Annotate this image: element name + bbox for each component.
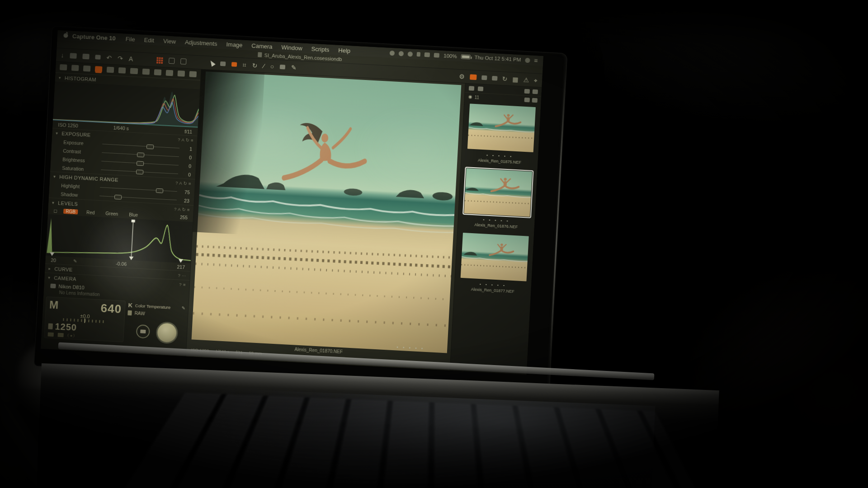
- section-action-icons[interactable]: ? ≡: [179, 282, 186, 287]
- slider-handle[interactable]: [136, 169, 143, 174]
- multi-view-grid-icon[interactable]: [156, 57, 163, 64]
- camera-mode[interactable]: M: [49, 299, 58, 312]
- volume-icon[interactable]: [434, 53, 440, 58]
- thumbnail-01875[interactable]: [467, 103, 536, 152]
- undo-icon[interactable]: ↶: [106, 54, 112, 61]
- channel-red[interactable]: Red: [84, 210, 97, 215]
- flash-mode-icon[interactable]: [57, 333, 63, 338]
- slider-handle[interactable]: [146, 144, 154, 149]
- menu-view[interactable]: View: [159, 37, 181, 45]
- tab-composition-icon[interactable]: [142, 69, 150, 75]
- slider-handle[interactable]: [156, 188, 163, 193]
- apple-menu[interactable]: [62, 31, 69, 40]
- thumbnail-01877[interactable]: [461, 233, 529, 282]
- menu-image[interactable]: Image: [222, 40, 247, 48]
- white-balance-row[interactable]: K Color Temperature ✎: [128, 302, 185, 312]
- proof-grid-icon[interactable]: ▦: [512, 76, 519, 83]
- straighten-tool-icon[interactable]: ∕: [263, 62, 264, 69]
- sort-icon[interactable]: [524, 89, 530, 94]
- single-view-icon[interactable]: [180, 58, 187, 65]
- menu-file[interactable]: File: [121, 35, 140, 43]
- refresh-icon[interactable]: ↻: [502, 75, 507, 82]
- avatar-icon[interactable]: [524, 98, 530, 103]
- slider-handle[interactable]: [137, 152, 144, 157]
- battery-icon[interactable]: [461, 54, 471, 59]
- capture-shutter-button[interactable]: [156, 321, 178, 344]
- cursor-tools-icon[interactable]: [481, 75, 487, 80]
- live-view-button[interactable]: [136, 324, 151, 339]
- section-action-icons[interactable]: ? ⋯: [178, 273, 186, 278]
- channel-blue[interactable]: Blue: [127, 212, 141, 218]
- section-action-icons[interactable]: ? A ↻ ≡: [175, 180, 191, 186]
- slider-handle[interactable]: [136, 161, 144, 166]
- edit-pencil-icon[interactable]: ✎: [73, 258, 77, 263]
- export-icon[interactable]: [82, 53, 90, 59]
- notification-center-icon[interactable]: ≡: [534, 57, 538, 64]
- pan-hand-icon[interactable]: [220, 61, 226, 66]
- menu-adjustments[interactable]: Adjustments: [180, 38, 222, 47]
- tab-exposure-icon[interactable]: [118, 67, 126, 74]
- levels-histogram[interactable]: [46, 214, 193, 263]
- rotate-tool-icon[interactable]: ↻: [252, 62, 257, 69]
- time-machine-icon[interactable]: [408, 51, 413, 56]
- menubar-clock[interactable]: Thu Oct 12 5:41 PM: [474, 55, 521, 62]
- tab-details-icon[interactable]: [154, 69, 161, 75]
- tab-output-icon[interactable]: [189, 71, 197, 77]
- select-cursor-icon[interactable]: [208, 59, 215, 66]
- menu-help[interactable]: Help: [334, 47, 355, 54]
- avatar-icon[interactable]: [532, 98, 538, 103]
- menu-edit[interactable]: Edit: [139, 36, 159, 44]
- levels-shadow-value[interactable]: 20: [51, 257, 56, 263]
- menu-app-name[interactable]: Capture One 10: [69, 32, 122, 42]
- tab-camera-active-icon[interactable]: [95, 66, 103, 72]
- eye-filter-icon[interactable]: ◉: [468, 94, 472, 99]
- adjustment-brush-icon[interactable]: ✎: [291, 64, 297, 71]
- annotations-icon[interactable]: A: [129, 56, 133, 62]
- capture-pilot-icon[interactable]: [470, 74, 477, 80]
- filters-icon[interactable]: [478, 86, 484, 91]
- primary-view-icon[interactable]: [169, 58, 175, 64]
- overlay-tool-icon[interactable]: ○: [270, 63, 274, 69]
- tab-adjustments-icon[interactable]: [165, 70, 173, 76]
- tab-library-icon[interactable]: [60, 64, 67, 70]
- tab-lens-icon[interactable]: [130, 68, 138, 74]
- spotlight-icon[interactable]: [525, 57, 530, 63]
- color-picker-icon[interactable]: [280, 64, 286, 69]
- crop-tool-icon[interactable]: ⌗: [243, 61, 247, 68]
- tab-tethering-icon[interactable]: [83, 66, 91, 72]
- loupe-tool-icon[interactable]: [492, 75, 498, 80]
- user-icon[interactable]: [469, 86, 475, 91]
- levels-highlight-value[interactable]: 217: [177, 264, 185, 270]
- focus-checker-icon[interactable]: ⌖: [534, 77, 538, 83]
- tab-capture-icon[interactable]: [71, 65, 79, 71]
- battery-percent: 100%: [443, 53, 457, 59]
- bluetooth-icon[interactable]: [417, 52, 421, 56]
- auto-levels-icon[interactable]: ◻: [53, 208, 57, 213]
- menu-scripts[interactable]: Scripts: [307, 45, 334, 53]
- tab-metadata-icon[interactable]: [177, 70, 185, 77]
- airplay-icon[interactable]: [425, 52, 430, 57]
- import-icon[interactable]: ↓: [61, 52, 64, 58]
- settings-gear-icon[interactable]: ⚙: [459, 73, 465, 80]
- camera-shutter-speed[interactable]: 640: [100, 301, 122, 316]
- capture-camera-icon[interactable]: [70, 53, 77, 59]
- edit-pencil-icon[interactable]: ✎: [182, 305, 186, 310]
- camera-iso[interactable]: 1250: [55, 321, 77, 333]
- menu-window[interactable]: Window: [277, 43, 307, 52]
- sync-status-icon[interactable]: [390, 50, 395, 56]
- levels-mid-value[interactable]: -0.06: [116, 261, 127, 267]
- trash-icon[interactable]: [95, 55, 101, 60]
- section-action-icons[interactable]: ? A ↻ ≡: [178, 137, 193, 143]
- thumbnail-01876-selected[interactable]: [464, 168, 532, 217]
- section-action-icons[interactable]: ? A ↻ ≡: [174, 206, 190, 212]
- tab-color-icon[interactable]: [107, 67, 114, 73]
- channel-rgb[interactable]: RGB: [63, 209, 78, 215]
- color-tag-icon[interactable]: [231, 62, 237, 67]
- browser-settings-icon[interactable]: [533, 89, 538, 94]
- clock-status-icon[interactable]: [399, 51, 404, 56]
- menu-camera[interactable]: Camera: [247, 42, 277, 50]
- af-area-icon[interactable]: [67, 333, 74, 338]
- channel-green[interactable]: Green: [103, 211, 120, 217]
- redo-icon[interactable]: ↷: [118, 55, 123, 61]
- slider-handle[interactable]: [114, 194, 122, 199]
